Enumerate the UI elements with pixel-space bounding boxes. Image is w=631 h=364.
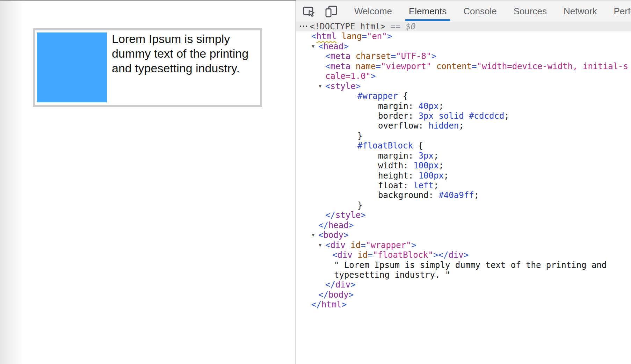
devtools-panel: WelcomeElementsConsoleSourcesNetworkPerf… (296, 0, 631, 364)
code-line-text: width: 100px; (296, 161, 444, 170)
code-line[interactable]: width: 100px; (296, 161, 631, 170)
tab-label: Sources (514, 6, 547, 17)
code-line-text: #floatBlock { (296, 141, 423, 151)
devtools-divider[interactable] (296, 0, 296, 364)
window-top-border (0, 0, 296, 1)
tab-console[interactable]: Console (463, 1, 497, 22)
tab-network[interactable]: Network (563, 1, 597, 22)
code-line-text: <body> (296, 230, 349, 240)
code-line-text: cale=1.0"> (296, 71, 376, 81)
code-line[interactable]: height: 100px; (296, 171, 631, 181)
code-line[interactable]: } (296, 131, 631, 141)
preview-text-line: Lorem Ipsum is simply (112, 31, 262, 46)
disclosure-triangle-icon[interactable]: ▼ (312, 41, 314, 51)
tab-label: Network (564, 6, 597, 17)
tab-strip: WelcomeElementsConsoleSourcesNetworkPerf… (338, 1, 631, 22)
code-line[interactable]: typesetting industry. " (296, 270, 631, 280)
code-line[interactable]: <div id="floatBlock"></div> (296, 250, 631, 260)
code-line-text: </style> (296, 210, 366, 220)
wrapper-box: Lorem Ipsum is simplydummy text of the p… (33, 28, 262, 107)
code-line-text: </body> (296, 290, 354, 300)
code-line[interactable]: </div> (296, 280, 631, 290)
code-line-text: <div id="wrapper"> (296, 240, 416, 250)
window-edge-shadow (0, 1, 24, 364)
code-line[interactable]: cale=1.0"> (296, 71, 631, 81)
code-line-text: ···<!DOCTYPE html> == $0 (296, 22, 416, 31)
code-line[interactable]: margin: 40px; (296, 101, 631, 111)
code-line-selected[interactable]: ···<!DOCTYPE html> == $0 (296, 22, 631, 31)
code-line-text: } (296, 201, 362, 210)
code-line-text: <meta charset="UTF-8"> (296, 51, 436, 61)
code-line[interactable]: background: #40a9ff; (296, 190, 631, 200)
code-line-text: <head> (296, 42, 349, 51)
code-line[interactable]: #floatBlock { (296, 141, 631, 151)
code-line[interactable]: </head> (296, 220, 631, 230)
code-line[interactable]: " Lorem Ipsum is simply dummy text of th… (296, 260, 631, 270)
devtools-tab-bar: WelcomeElementsConsoleSourcesNetworkPerf… (296, 0, 631, 22)
code-line[interactable]: </style> (296, 210, 631, 220)
device-emulation-icon[interactable] (324, 5, 338, 19)
code-line[interactable]: <html lang="en"> (296, 31, 631, 41)
inspect-element-icon[interactable] (302, 5, 316, 19)
tab-performance[interactable]: Performance (613, 1, 631, 22)
code-line-text: </head> (296, 220, 354, 230)
disclosure-triangle-icon[interactable]: ▼ (312, 230, 314, 240)
code-line-text: <meta name="viewport" content="width=dev… (296, 61, 628, 71)
code-line[interactable]: } (296, 201, 631, 210)
tab-welcome[interactable]: Welcome (354, 1, 393, 22)
code-line-text: </div> (296, 280, 356, 290)
code-line-text: " Lorem Ipsum is simply dummy text of th… (296, 260, 607, 270)
tab-label: Performance (614, 6, 631, 17)
code-line[interactable]: </body> (296, 290, 631, 300)
tab-label: Welcome (354, 6, 392, 17)
tab-sources[interactable]: Sources (513, 1, 547, 22)
disclosure-triangle-icon[interactable]: ▼ (319, 240, 321, 249)
tab-label: Elements (409, 6, 447, 17)
code-line[interactable]: ▼<div id="wrapper"> (296, 240, 631, 250)
code-line-text: <div id="floatBlock"></div> (296, 250, 469, 260)
code-line[interactable]: margin: 3px; (296, 151, 631, 161)
code-line-text: border: 3px solid #cdcdcd; (296, 111, 509, 121)
code-line-text: typesetting industry. " (296, 270, 450, 280)
active-tab-underline (405, 19, 450, 21)
code-line-text: <html lang="en"> (296, 31, 392, 41)
tab-elements[interactable]: Elements (408, 1, 447, 22)
code-line-text: height: 100px; (296, 171, 449, 181)
float-block (37, 32, 107, 102)
code-line[interactable]: ▼<body> (296, 230, 631, 240)
code-line[interactable]: border: 3px solid #cdcdcd; (296, 111, 631, 121)
code-line[interactable]: <meta name="viewport" content="width=dev… (296, 61, 631, 71)
code-line-text: #wrapper { (296, 91, 408, 101)
code-line-text: background: #40a9ff; (296, 190, 479, 200)
code-line[interactable]: overflow: hidden; (296, 121, 631, 131)
code-line-text: float: left; (296, 181, 438, 190)
preview-text: Lorem Ipsum is simplydummy text of the p… (112, 31, 262, 75)
code-line[interactable]: ▼<style> (296, 81, 631, 91)
code-line[interactable]: <meta charset="UTF-8"> (296, 51, 631, 61)
code-line-text: margin: 40px; (296, 101, 444, 111)
code-line[interactable]: float: left; (296, 181, 631, 190)
code-line[interactable]: </html> (296, 300, 631, 310)
code-line[interactable]: #wrapper { (296, 91, 631, 101)
disclosure-triangle-icon[interactable]: ▼ (319, 81, 321, 90)
code-tree: ···<!DOCTYPE html> == $0<html lang="en">… (296, 22, 631, 310)
code-line-text: </html> (296, 300, 347, 310)
code-line-text: margin: 3px; (296, 151, 438, 161)
rendered-page-pane: Lorem Ipsum is simplydummy text of the p… (0, 0, 296, 364)
code-line-text: overflow: hidden; (296, 121, 464, 131)
preview-text-line: and typesetting industry. (112, 61, 262, 75)
code-line-text: <style> (296, 81, 361, 91)
code-line-text: } (296, 131, 362, 141)
tab-label: Console (463, 6, 496, 17)
preview-text-line: dummy text of the printing (112, 46, 262, 61)
code-line[interactable]: ▼<head> (296, 42, 631, 51)
